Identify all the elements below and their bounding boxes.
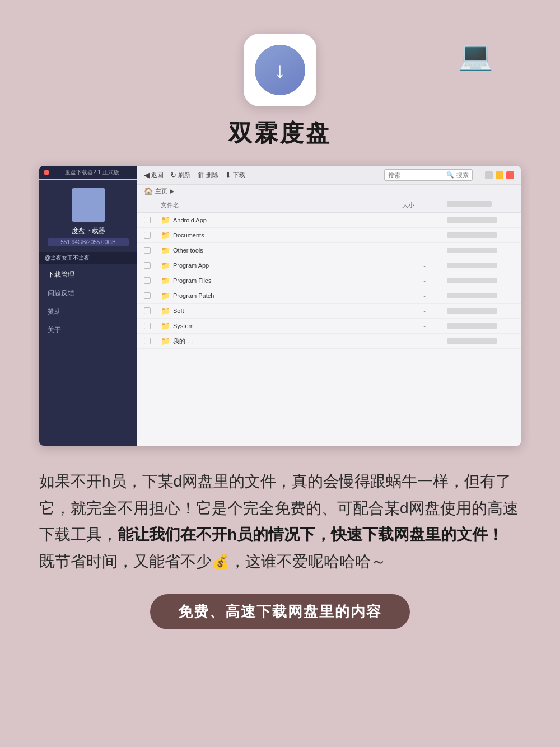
date-blurred [447,323,497,329]
table-row[interactable]: 📁 Other tools - [137,243,521,258]
app-icon: ↓ [244,34,316,106]
bottom-banner: 免费、高速下载网盘里的内容 [150,594,410,629]
row-checkbox[interactable] [144,292,151,299]
banner-text: 免费、高速下载网盘里的内容 [178,603,382,620]
file-table: 📁 Android App - 📁 Documents - [137,213,521,446]
filename-header: 文件名 [161,201,402,209]
date-blurred [447,217,497,223]
money-emoji: 💰 [212,553,230,570]
sidebar-user-tag: @盐夜女王不盐夜 [39,252,137,264]
file-name: 📁 Program Patch [161,291,402,300]
table-row[interactable]: 📁 System - [137,319,521,334]
folder-icon: 📁 [161,291,170,300]
close-dot [44,170,49,175]
search-icon: 🔍 [446,171,454,179]
folder-icon: 📁 [161,321,170,330]
folder-icon: 📁 [161,231,170,240]
file-name: 📁 Android App [161,216,402,225]
maximize-button[interactable] [485,171,493,179]
home-icon: 🏠 [144,187,153,195]
table-row[interactable]: 📁 Program App - [137,258,521,273]
refresh-icon: ↻ [170,171,176,179]
folder-icon: 📁 [161,216,170,225]
folder-icon: 📁 [161,261,170,270]
checkbox-header [144,201,161,209]
row-checkbox[interactable] [144,232,151,239]
folder-icon: 📁 [161,337,170,346]
download-arrow-icon: ↓ [274,58,286,83]
folder-icon: 📁 [161,276,170,285]
table-row[interactable]: 📁 我的 … - [137,334,521,349]
table-row[interactable]: 📁 Program Files - [137,273,521,288]
file-name: 📁 Program App [161,261,402,270]
download-button[interactable]: ⬇ 下载 [225,171,245,179]
date-blurred [447,248,497,253]
row-checkbox[interactable] [144,262,151,269]
toolbar: ◀ 返回 ↻ 刷新 🗑 删除 ⬇ 下载 [137,166,521,185]
screenshot-window: 度盘下载器2.1 正式版 度盘下载器 551.94GB/2055.00GB @盐… [39,166,521,446]
app-icon-row: ↓ 💻 [34,34,526,106]
date-blurred [447,232,497,238]
body-text-section: 如果不开h员，下某d网盘里的文件，真的会慢得跟蜗牛一样，但有了它，就完全不用担心… [39,468,521,575]
row-checkbox[interactable] [144,247,151,254]
date-blurred [447,293,497,298]
file-name: 📁 我的 … [161,337,402,346]
breadcrumb: 🏠 主页 ▶ [137,185,521,198]
main-content: ◀ 返回 ↻ 刷新 🗑 删除 ⬇ 下载 [137,166,521,446]
breadcrumb-separator: ▶ [170,188,174,195]
page-container: ↓ 💻 双霖度盘 度盘下载器2.1 正式版 度盘下载器 551.94GB/205… [22,0,538,657]
sidebar-avatar [72,188,105,222]
table-row[interactable]: 📁 Documents - [137,228,521,243]
table-header: 文件名 大小 [137,198,521,213]
search-box[interactable]: 🔍 搜索 [384,169,473,181]
sidebar-title-bar: 度盘下载器2.1 正式版 [39,166,137,180]
folder-icon: 📁 [161,306,170,315]
date-blurred [447,278,497,283]
sidebar-item-feedback[interactable]: 问题反馈 [39,284,137,302]
refresh-button[interactable]: ↻ 刷新 [170,171,190,179]
sidebar-item-sponsor[interactable]: 赞助 [39,302,137,321]
close-button[interactable] [506,171,514,179]
file-name: 📁 Documents [161,231,402,240]
date-header-blurred [447,201,492,207]
download-icon: ⬇ [225,171,231,179]
table-row[interactable]: 📁 Soft - [137,304,521,319]
row-checkbox[interactable] [144,323,151,329]
window-inner: 度盘下载器2.1 正式版 度盘下载器 551.94GB/2055.00GB @盐… [39,166,521,446]
row-checkbox[interactable] [144,277,151,284]
date-header [447,201,514,209]
sidebar: 度盘下载器2.1 正式版 度盘下载器 551.94GB/2055.00GB @盐… [39,166,137,446]
table-row[interactable]: 📁 Program Patch - [137,288,521,304]
delete-button[interactable]: 🗑 删除 [197,171,218,179]
file-name: 📁 Other tools [161,246,402,255]
file-name: 📁 System [161,321,402,330]
sidebar-item-about[interactable]: 关于 [39,321,137,339]
date-blurred [447,338,497,344]
sidebar-item-download-manager[interactable]: 下载管理 [39,265,137,284]
date-blurred [447,308,497,314]
folder-icon: 📁 [161,246,170,255]
size-header: 大小 [402,201,447,209]
body-paragraph: 如果不开h员，下某d网盘里的文件，真的会慢得跟蜗牛一样，但有了它，就完全不用担心… [39,468,521,575]
file-name: 📁 Soft [161,306,402,315]
row-checkbox[interactable] [144,307,151,314]
app-title: 双霖度盘 [228,118,332,149]
back-icon: ◀ [144,171,150,179]
row-checkbox[interactable] [144,338,151,344]
table-row[interactable]: 📁 Android App - [137,213,521,228]
date-blurred [447,263,497,268]
bold-text: 能让我们在不开h员的情况下，快速下载网盘里的文件！ [118,526,503,543]
back-button[interactable]: ◀ 返回 [144,171,164,179]
minimize-button[interactable] [496,171,503,179]
window-controls [485,171,514,179]
trash-icon: 🗑 [197,171,204,179]
search-input[interactable] [388,172,444,179]
app-icon-inner: ↓ [255,45,305,95]
laptop-icon: 💻 [458,39,493,72]
file-name: 📁 Program Files [161,276,402,285]
sidebar-username: 度盘下载器 [39,226,137,236]
sidebar-storage: 551.94GB/2055.00GB [48,238,129,246]
sidebar-title-text: 度盘下载器2.1 正式版 [52,169,133,176]
row-checkbox[interactable] [144,217,151,223]
